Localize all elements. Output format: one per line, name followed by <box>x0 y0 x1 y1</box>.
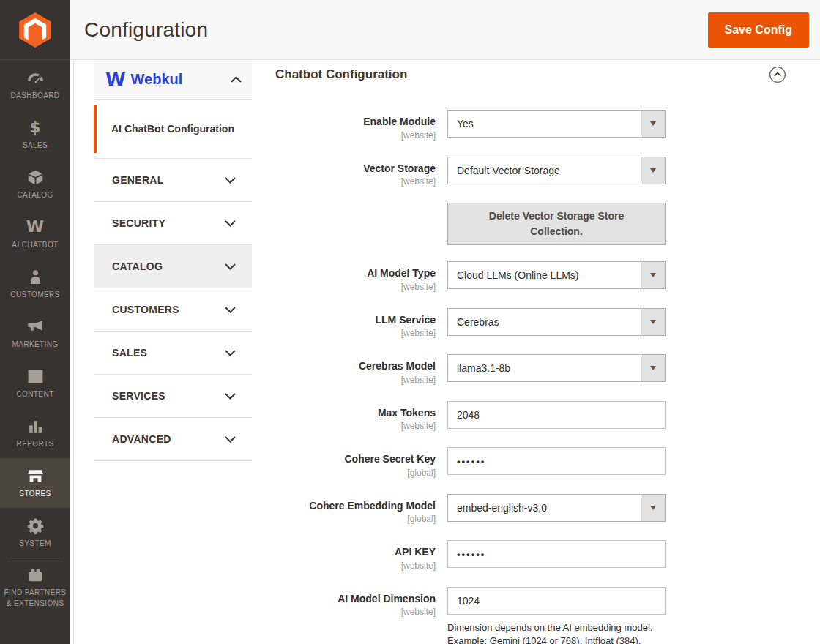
marketing-icon <box>26 317 45 336</box>
system-icon <box>26 516 45 535</box>
field-row-enable-module: Enable Module [website] Yes <box>275 110 820 141</box>
dropdown-arrow-icon[interactable] <box>641 157 665 184</box>
field-row-ai-model-dimension: AI Model Dimension [website] Dimension d… <box>275 587 820 644</box>
config-nav: W Webkul AI ChatBot Configuration GENERA… <box>94 60 252 461</box>
llm-service-select[interactable]: Cerebras <box>447 308 666 336</box>
max-tokens-input[interactable] <box>447 401 666 429</box>
config-section-advanced[interactable]: ADVANCED <box>94 418 252 461</box>
sidebar-item-stores[interactable]: STORES <box>0 458 70 508</box>
vendor-header-webkul[interactable]: W Webkul <box>94 60 252 100</box>
enable-module-select[interactable]: Yes <box>447 110 666 138</box>
sidebar-item-system[interactable]: SYSTEM <box>0 508 70 558</box>
sidebar-item-reports[interactable]: REPORTS <box>0 408 70 458</box>
field-scope: [website] <box>275 328 436 338</box>
config-section-label: ADVANCED <box>112 433 171 445</box>
sidebar-item-label: DASHBOARD <box>11 91 60 102</box>
chevron-up-icon[interactable] <box>231 76 242 83</box>
sidebar-item-ai-chatbot[interactable]: W AI CHATBOT <box>0 209 70 259</box>
field-label: Max Tokens <box>275 407 436 420</box>
sidebar-item-marketing[interactable]: MARKETING <box>0 309 70 359</box>
cerebras-model-select[interactable]: llama3.1-8b <box>447 354 666 382</box>
field-scope: [website] <box>275 130 436 141</box>
content-left-divider <box>73 60 74 644</box>
field-label: LLM Service <box>275 314 436 327</box>
dropdown-arrow-icon[interactable] <box>641 309 665 335</box>
field-scope: [website] <box>275 282 436 292</box>
field-label: Enable Module <box>275 116 436 129</box>
save-config-button[interactable]: Save Config <box>708 12 809 48</box>
config-section-label: CATALOG <box>112 261 163 272</box>
sidebar-item-label: REPORTS <box>17 439 54 450</box>
magento-logo-icon <box>18 12 52 48</box>
find-partners-icon <box>26 565 45 584</box>
config-section-catalog[interactable]: CATALOG <box>94 245 252 288</box>
field-row-ai-model-type: AI Model Type [website] Cloud LLMs (Onli… <box>275 261 820 292</box>
sidebar-item-label: FIND PARTNERS & EXTENSIONS <box>3 588 67 609</box>
field-note: Dimension depends on the AI embedding mo… <box>447 621 692 644</box>
api-key-input[interactable] <box>447 540 666 568</box>
vector-storage-select[interactable]: Default Vector Storage <box>447 157 666 184</box>
ai-model-dimension-input[interactable] <box>447 587 666 615</box>
chevron-down-icon <box>225 390 236 402</box>
field-scope: [website] <box>275 421 436 431</box>
field-scope: [website] <box>275 607 436 617</box>
config-section-security[interactable]: SECURITY <box>94 202 252 245</box>
sidebar-item-customers[interactable]: CUSTOMERS <box>0 259 70 309</box>
config-section-customers[interactable]: CUSTOMERS <box>94 288 252 332</box>
collapse-panel-icon[interactable] <box>769 66 786 83</box>
sidebar-item-label: AI CHATBOT <box>12 240 58 251</box>
config-section-accordion: GENERAL SECURITY CATALOG CUSTOMERS SALES… <box>94 158 252 461</box>
panel-title: Chatbot Configuration <box>275 67 407 82</box>
field-label: Cohere Secret Key <box>275 453 436 466</box>
magento-admin-app: DASHBOARD $ SALES CATALOG W AI CHATBOT <box>0 0 820 644</box>
chevron-down-icon <box>225 217 236 229</box>
config-section-label: GENERAL <box>112 174 164 186</box>
field-row-cohere-secret-key: Cohere Secret Key [global] <box>275 447 820 478</box>
magento-logo[interactable] <box>0 0 70 60</box>
sidebar-item-catalog[interactable]: CATALOG <box>0 160 70 209</box>
config-section-sales[interactable]: SALES <box>94 332 252 375</box>
dropdown-arrow-icon[interactable] <box>641 355 665 381</box>
admin-sidebar: DASHBOARD $ SALES CATALOG W AI CHATBOT <box>0 0 70 644</box>
field-label: AI Model Type <box>275 267 436 280</box>
config-nav-item-ai-chatbot-configuration[interactable]: AI ChatBot Configuration <box>94 105 252 153</box>
chevron-down-icon <box>225 261 236 272</box>
field-label: AI Model Dimension <box>275 593 436 606</box>
webkul-logo-icon: W <box>105 70 126 89</box>
chevron-down-icon <box>225 174 236 186</box>
sidebar-item-content[interactable]: CONTENT <box>0 359 70 408</box>
config-section-general[interactable]: GENERAL <box>94 159 252 202</box>
field-label: Cohere Embedding Model <box>275 500 436 513</box>
chatbot-config-form: Enable Module [website] Yes Vector Stora… <box>275 110 820 644</box>
dropdown-arrow-icon[interactable] <box>641 262 665 288</box>
sidebar-item-label: CUSTOMERS <box>10 290 59 301</box>
config-section-services[interactable]: SERVICES <box>94 375 252 418</box>
sidebar-item-label: CONTENT <box>16 389 53 400</box>
field-row-max-tokens: Max Tokens [website] <box>275 401 820 432</box>
field-scope: [global] <box>275 468 436 478</box>
field-row-cohere-embedding-model: Cohere Embedding Model [global] embed-en… <box>275 494 820 525</box>
field-scope: [global] <box>275 514 436 524</box>
cohere-secret-key-input[interactable] <box>447 447 666 475</box>
delete-vector-storage-button[interactable]: Delete Vector Storage Store Collection. <box>447 203 666 245</box>
field-row-llm-service: LLM Service [website] Cerebras <box>275 308 820 339</box>
field-label: Cerebras Model <box>275 360 436 373</box>
dropdown-arrow-icon[interactable] <box>641 111 665 137</box>
sidebar-item-find-partners[interactable]: FIND PARTNERS & EXTENSIONS <box>0 558 70 615</box>
sidebar-item-sales[interactable]: $ SALES <box>0 110 70 160</box>
field-scope: [website] <box>275 176 436 187</box>
config-section-label: CUSTOMERS <box>112 304 179 315</box>
sidebar-item-dashboard[interactable]: DASHBOARD <box>0 60 70 110</box>
ai-model-type-select[interactable]: Cloud LLMs (Online LLMs) <box>447 261 666 289</box>
sidebar-nav: DASHBOARD $ SALES CATALOG W AI CHATBOT <box>0 60 70 615</box>
dashboard-icon <box>26 68 45 87</box>
dropdown-arrow-icon[interactable] <box>641 495 665 521</box>
field-label: API KEY <box>275 546 436 559</box>
content-icon <box>26 367 45 386</box>
config-section-label: SERVICES <box>112 390 165 402</box>
cohere-embedding-model-select[interactable]: embed-english-v3.0 <box>447 494 666 522</box>
sidebar-item-label: SALES <box>23 141 48 151</box>
sidebar-item-label: CATALOG <box>17 190 53 201</box>
stores-icon <box>26 466 45 485</box>
page-title: Configuration <box>84 18 208 42</box>
